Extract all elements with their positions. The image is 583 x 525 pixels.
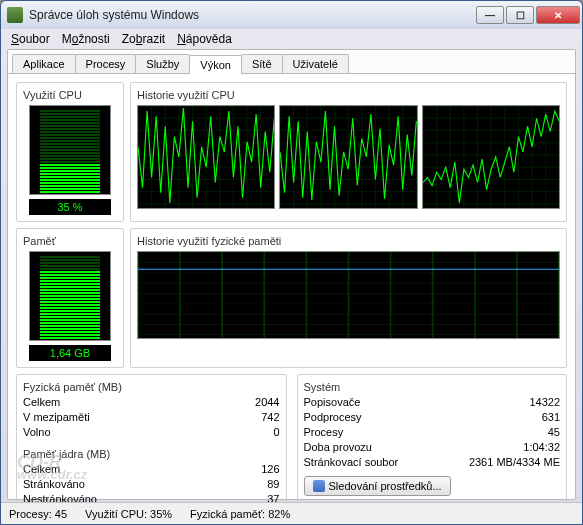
status-memory: Fyzická paměť: 82%	[190, 508, 290, 520]
cpu-history-label: Historie využití CPU	[137, 89, 560, 101]
system-col: Systém Popisovače14322 Podprocesy631 Pro…	[297, 374, 568, 514]
cpu-gauge-box: Využití CPU 35 %	[16, 82, 124, 222]
resource-monitor-button[interactable]: Sledování prostředků...	[304, 476, 451, 496]
sys-uptime-v: 1:04:32	[523, 440, 560, 455]
maximize-button[interactable]: ☐	[506, 6, 534, 24]
content-area: Aplikace Procesy Služby Výkon Sítě Uživa…	[7, 49, 576, 500]
memory-graph	[137, 251, 560, 339]
app-icon	[7, 7, 23, 23]
sys-threads-v: 631	[542, 410, 560, 425]
performance-panel: Využití CPU 35 % Historie využití CPU Pa…	[8, 74, 575, 522]
memory-history-label: Historie využití fyzické paměti	[137, 235, 560, 247]
menubar: Soubor Možnosti Zobrazit Nápověda	[1, 29, 582, 49]
memory-history-box: Historie využití fyzické paměti	[130, 228, 567, 368]
kernel-total-l: Celkem	[23, 462, 60, 477]
minimize-button[interactable]: —	[476, 6, 504, 24]
tab-procesy[interactable]: Procesy	[75, 54, 137, 73]
kernel-total-v: 126	[261, 462, 279, 477]
tab-sluzby[interactable]: Služby	[135, 54, 190, 73]
close-button[interactable]: ✕	[536, 6, 580, 24]
sys-uptime-l: Doba provozu	[304, 440, 373, 455]
statusbar: Procesy: 45 Využití CPU: 35% Fyzická pam…	[1, 502, 582, 524]
menu-moznosti[interactable]: Možnosti	[58, 30, 114, 48]
resource-monitor-icon	[313, 480, 325, 492]
cpu-gauge	[29, 105, 111, 195]
cpu-graph-2	[279, 105, 417, 209]
phys-free-v: 0	[273, 425, 279, 440]
sys-title: Systém	[304, 381, 561, 393]
menu-soubor[interactable]: Soubor	[7, 30, 54, 48]
menu-napoveda[interactable]: Nápověda	[173, 30, 236, 48]
tab-uzivatele[interactable]: Uživatelé	[282, 54, 349, 73]
sys-pagefile-v: 2361 MB/4334 ME	[469, 455, 560, 470]
memory-gauge	[29, 251, 111, 341]
cpu-gauge-label: Využití CPU	[23, 89, 117, 101]
task-manager-window: Správce úloh systému Windows — ☐ ✕ Soubo…	[0, 0, 583, 525]
tab-aplikace[interactable]: Aplikace	[12, 54, 76, 73]
phys-cache-v: 742	[261, 410, 279, 425]
phys-total-l: Celkem	[23, 395, 60, 410]
tab-vykon[interactable]: Výkon	[189, 55, 242, 74]
cpu-graph-3	[422, 105, 560, 209]
memory-gauge-label: Paměť	[23, 235, 117, 247]
cpu-gauge-value: 35 %	[29, 199, 111, 215]
cpu-graph-1	[137, 105, 275, 209]
sys-handles-v: 14322	[529, 395, 560, 410]
sys-threads-l: Podprocesy	[304, 410, 362, 425]
phys-free-l: Volno	[23, 425, 51, 440]
titlebar[interactable]: Správce úloh systému Windows — ☐ ✕	[1, 1, 582, 29]
memory-gauge-value: 1,64 GB	[29, 345, 111, 361]
sys-proc-v: 45	[548, 425, 560, 440]
status-processes: Procesy: 45	[9, 508, 67, 520]
cpu-history-box: Historie využití CPU	[130, 82, 567, 222]
kernel-title: Paměť jádra (MB)	[23, 448, 280, 460]
phys-cache-l: V mezipaměti	[23, 410, 90, 425]
tabstrip: Aplikace Procesy Služby Výkon Sítě Uživa…	[8, 50, 575, 74]
kernel-paged-l: Stránkováno	[23, 477, 85, 492]
kernel-paged-v: 89	[267, 477, 279, 492]
resource-monitor-label: Sledování prostředků...	[329, 480, 442, 492]
sys-pagefile-l: Stránkovací soubor	[304, 455, 399, 470]
status-cpu: Využití CPU: 35%	[85, 508, 172, 520]
phys-kernel-col: Fyzická paměť (MB) Celkem2044 V mezipamě…	[16, 374, 287, 514]
window-title: Správce úloh systému Windows	[29, 8, 476, 22]
tab-site[interactable]: Sítě	[241, 54, 283, 73]
phys-total-v: 2044	[255, 395, 279, 410]
sys-handles-l: Popisovače	[304, 395, 361, 410]
sys-proc-l: Procesy	[304, 425, 344, 440]
menu-zobrazit[interactable]: Zobrazit	[118, 30, 169, 48]
phys-title: Fyzická paměť (MB)	[23, 381, 280, 393]
memory-gauge-box: Paměť 1,64 GB	[16, 228, 124, 368]
